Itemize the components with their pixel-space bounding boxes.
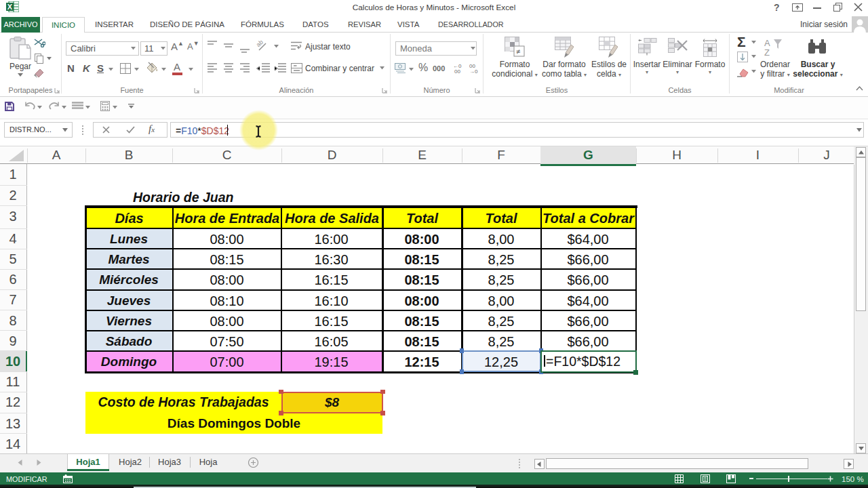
svg-text:Z: Z [764,47,770,57]
svg-text:A: A [764,38,770,48]
svg-text:ab: ab [256,39,264,48]
svg-text:≠: ≠ [516,47,520,56]
svg-text:→0: →0 [469,68,478,74]
svg-text:00: 00 [454,68,460,74]
